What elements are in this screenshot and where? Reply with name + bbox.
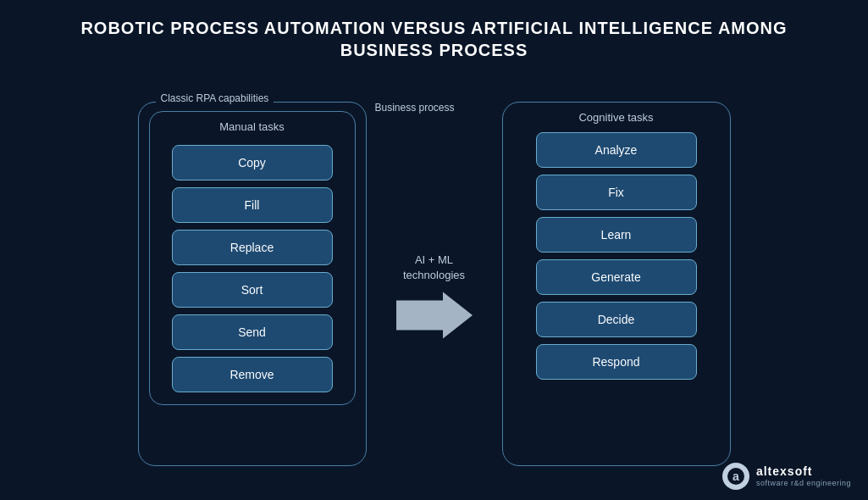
svg-marker-0 xyxy=(396,292,473,339)
arrow-container: AI + ML technologies xyxy=(396,253,473,341)
arrow-icon xyxy=(396,290,473,341)
logo-name: altexsoft xyxy=(756,464,851,479)
manual-tasks-box: Manual tasks CopyFillReplaceSortSendRemo… xyxy=(149,111,356,405)
manual-task-btn: Sort xyxy=(172,272,333,308)
cognitive-task-btn: Respond xyxy=(536,344,697,380)
cognitive-task-btn: Fix xyxy=(536,175,697,210)
cognitive-task-btn: Learn xyxy=(536,217,697,253)
svg-text:a: a xyxy=(733,469,739,483)
cognitive-task-btn: Decide xyxy=(536,302,697,337)
middle-section: Business process AI + ML technologies xyxy=(367,102,502,466)
manual-task-btn: Copy xyxy=(172,145,333,181)
logo-text: altexsoft software r&d engineering xyxy=(756,464,851,488)
cognitive-tasks-label: Cognitive tasks xyxy=(578,111,653,124)
logo-area: a altexsoft software r&d engineering xyxy=(722,463,851,490)
cognitive-tasks-box: Cognitive tasks AnalyzeFixLearnGenerateD… xyxy=(502,102,731,466)
manual-task-btn: Send xyxy=(172,314,333,350)
diagram-area: Classic RPA capabilities Manual tasks Co… xyxy=(25,76,843,492)
manual-task-btn: Replace xyxy=(172,230,333,265)
cognitive-task-btn: Analyze xyxy=(536,132,697,168)
logo-icon: a xyxy=(722,463,749,490)
logo-sub: software r&d engineering xyxy=(756,479,851,488)
business-process-label: Business process xyxy=(375,102,455,114)
manual-task-btn: Fill xyxy=(172,187,333,223)
classic-rpa-label: Classic RPA capabilities xyxy=(156,92,274,104)
cognitive-task-btn: Generate xyxy=(536,259,697,295)
classic-rpa-box: Classic RPA capabilities Manual tasks Co… xyxy=(138,102,367,466)
manual-task-btn: Remove xyxy=(172,357,333,392)
cognitive-tasks-list: AnalyzeFixLearnGenerateDecideRespond xyxy=(513,132,720,380)
page-title: ROBOTIC PROCESS AUTOMATION VERSUS ARTIFI… xyxy=(80,17,787,61)
arrow-label: AI + ML technologies xyxy=(403,253,465,283)
manual-tasks-label: Manual tasks xyxy=(219,120,285,133)
main-container: ROBOTIC PROCESS AUTOMATION VERSUS ARTIFI… xyxy=(0,0,868,500)
